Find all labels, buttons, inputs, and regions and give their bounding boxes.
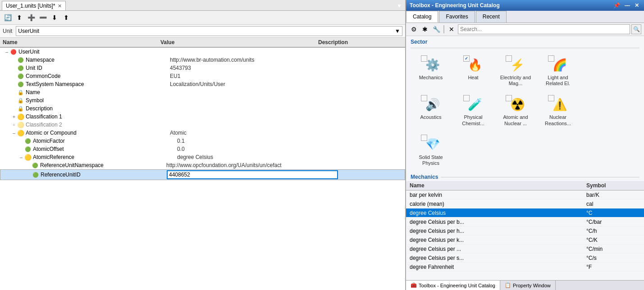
sector-item-light[interactable]: 🌈 Light and Related El.: [538, 52, 578, 90]
tree-toggle[interactable]: –: [11, 131, 17, 136]
file-tab-label: User_1.units [Units]*: [6, 3, 55, 9]
sector-item-mechanics[interactable]: ⚙️ Mechanics: [411, 52, 451, 90]
name-lock-icon: 🔒: [17, 89, 24, 96]
panel-dropdown-btn[interactable]: ▼: [395, 2, 403, 9]
tab-close-btn[interactable]: ✕: [58, 3, 62, 9]
tree-label: AtomicOffset: [33, 146, 177, 152]
unit-row[interactable]: degree Celsius per k... °C/K: [406, 236, 644, 245]
file-tab[interactable]: User_1.units [Units]* ✕: [2, 1, 66, 10]
tab-catalog[interactable]: Catalog: [406, 11, 438, 23]
tree-row[interactable]: 🟢 TextSystem Namespace Localization/Unit…: [0, 80, 405, 88]
tree-toggle[interactable]: +: [11, 114, 17, 119]
tree-row[interactable]: 🟢 ReferenceUnitID: [0, 169, 405, 180]
tree-row[interactable]: 🔒 Name: [0, 88, 405, 96]
tree-row[interactable]: 🟢 CommonCode EU1: [0, 72, 405, 80]
tree-row[interactable]: 🔒 Symbol: [0, 96, 405, 104]
unit-table-header: Name Symbol: [406, 181, 644, 190]
tree-label: Name: [26, 89, 170, 95]
search-input[interactable]: [458, 24, 630, 34]
tree-row[interactable]: 🟢 AtomicFactor 0.1: [0, 137, 405, 145]
tree-row[interactable]: 🟢 ReferenceUnitNamespace http://www.opcf…: [0, 161, 405, 169]
pin-btn[interactable]: 📌: [612, 2, 621, 9]
commoncode-icon: 🟢: [17, 72, 24, 80]
sector-item-acoustics[interactable]: 🔊 Acoustics: [411, 91, 451, 129]
unit-row[interactable]: degree Celsius per b... °C/bar: [406, 218, 644, 227]
tree-row[interactable]: + 🟡 Classification 2: [0, 121, 405, 129]
toolbar-btn-2[interactable]: ✱: [420, 24, 430, 34]
tree-row[interactable]: 🟢 AtomicOffset 0.0: [0, 145, 405, 153]
sector-item-nuclear[interactable]: ⚠️ Nuclear Reactions...: [538, 91, 578, 129]
footer-tab-property[interactable]: 📋 Property Window: [500, 281, 556, 290]
search-btn[interactable]: 🔍: [631, 24, 641, 34]
tree-row[interactable]: 🔒 Description: [0, 104, 405, 113]
tree-label: Namespace: [26, 57, 170, 63]
atomicoffset-icon: 🟢: [24, 145, 32, 153]
symbol-lock-icon: 🔒: [17, 97, 24, 104]
sector-item-heat[interactable]: ✓ 🔥 Heat: [453, 52, 493, 90]
tree-label: Symbol: [26, 97, 170, 104]
unit-name: degree Celsius per ...: [410, 246, 586, 252]
col-value-header: Value: [160, 39, 318, 45]
tree-toggle[interactable]: –: [4, 50, 10, 54]
electricity-checkbox[interactable]: [506, 55, 512, 62]
tab-favorites[interactable]: Favorites: [439, 11, 475, 23]
sector-item-solidstate[interactable]: 💎 Solid State Physics: [411, 131, 451, 169]
nuclear-checkbox[interactable]: [548, 95, 554, 101]
toolbox-footer-label: Toolbox - Engineering Unit Catalog: [419, 283, 495, 288]
tree-label: ReferenceUnitID: [41, 172, 167, 178]
mechanics-label: Mechanics: [419, 75, 443, 81]
userunit-icon: 🔴: [10, 48, 17, 55]
toolbar-btn-1[interactable]: ⚙: [409, 24, 419, 34]
unit-row[interactable]: degree Fahrenheit °F: [406, 263, 644, 272]
expand-btn[interactable]: ➕: [26, 13, 36, 23]
unit-symbol: cal: [586, 201, 640, 207]
unit-dropdown[interactable]: UserUnit ▼: [16, 26, 402, 36]
unit-name: bar per kelvin: [410, 192, 586, 198]
physical-checkbox[interactable]: [463, 95, 470, 101]
mechanics-checkbox[interactable]: [421, 55, 427, 62]
solidstate-checkbox[interactable]: [421, 135, 427, 141]
minimize-btn[interactable]: —: [623, 2, 631, 9]
heat-checkbox[interactable]: ✓: [463, 55, 470, 62]
move-up-btn[interactable]: ⬆: [61, 13, 71, 23]
tree-row[interactable]: – 🟡 Atomic or Compound Atomic: [0, 129, 405, 137]
tree-row[interactable]: 🟢 Unit ID 4543793: [0, 64, 405, 72]
collapse-btn[interactable]: ➖: [38, 13, 48, 23]
unit-row[interactable]: degree Celsius per ... °C/min: [406, 245, 644, 254]
mechanics-sector-icon: ⚙️: [422, 55, 440, 73]
tree-row[interactable]: + 🟡 Classification 1: [0, 113, 405, 121]
atomic-checkbox[interactable]: [506, 95, 512, 101]
toolbar-btn-4[interactable]: ✕: [447, 24, 457, 34]
atomicfactor-icon: 🟢: [24, 137, 32, 145]
unit-row-selected[interactable]: degree Celsius °C: [406, 208, 644, 218]
unit-symbol: °C/s: [586, 255, 640, 261]
close-btn[interactable]: ✕: [633, 2, 640, 9]
sector-item-atomic[interactable]: ☢️ Atomic and Nuclear ...: [495, 91, 536, 129]
unit-row[interactable]: bar per kelvin bar/K: [406, 190, 644, 199]
physical-label: Physical Chemist...: [455, 114, 491, 126]
tab-recent[interactable]: Recent: [476, 11, 507, 23]
refresh-btn[interactable]: 🔄: [3, 13, 13, 23]
tree-label: Description: [26, 105, 170, 112]
acoustics-checkbox[interactable]: [421, 95, 427, 101]
unit-row[interactable]: calorie (mean) cal: [406, 199, 644, 208]
tree-row[interactable]: – 🟡 AtomicReference degree Celsius: [0, 153, 405, 161]
light-checkbox[interactable]: [548, 55, 554, 62]
reference-unit-id-input[interactable]: [167, 170, 338, 179]
tree-row[interactable]: 🟢 Namespace http://www.br-automation.com…: [0, 56, 405, 64]
footer-tab-toolbox[interactable]: 🧰 Toolbox - Engineering Unit Catalog: [406, 281, 500, 290]
toolbar-btn-3[interactable]: 🔧: [431, 24, 441, 34]
sector-item-electricity[interactable]: ⚡ Electricity and Mag...: [495, 52, 536, 90]
sector-item-physical[interactable]: 🧪 Physical Chemist...: [453, 91, 493, 129]
column-headers: Name Value Description: [0, 38, 405, 48]
tree-value: 0.0: [177, 146, 335, 152]
tree-row[interactable]: – 🔴 UserUnit: [0, 48, 405, 56]
tree-toggle[interactable]: +: [11, 122, 17, 127]
move-down-btn[interactable]: ⬇: [50, 13, 59, 23]
electricity-label: Electricity and Mag...: [498, 75, 534, 86]
unit-row[interactable]: degree Celsius per s... °C/s: [406, 254, 644, 263]
unit-row[interactable]: degree Celsius per h... °C/h: [406, 227, 644, 236]
atomic-icon: 🟡: [17, 129, 24, 136]
up-btn[interactable]: ⬆: [14, 13, 24, 23]
tree-toggle[interactable]: –: [18, 155, 24, 160]
